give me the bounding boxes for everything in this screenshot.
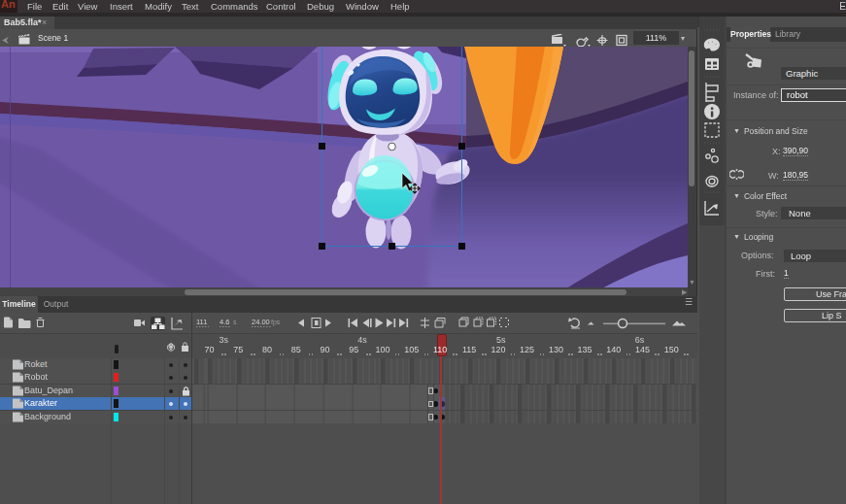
svg-text:4.6: 4.6 <box>220 318 229 326</box>
svg-text:24.00: 24.00 <box>252 318 270 326</box>
svg-text:fps: fps <box>271 319 281 326</box>
svg-text:111: 111 <box>196 318 207 326</box>
svg-text:s: s <box>233 319 237 325</box>
